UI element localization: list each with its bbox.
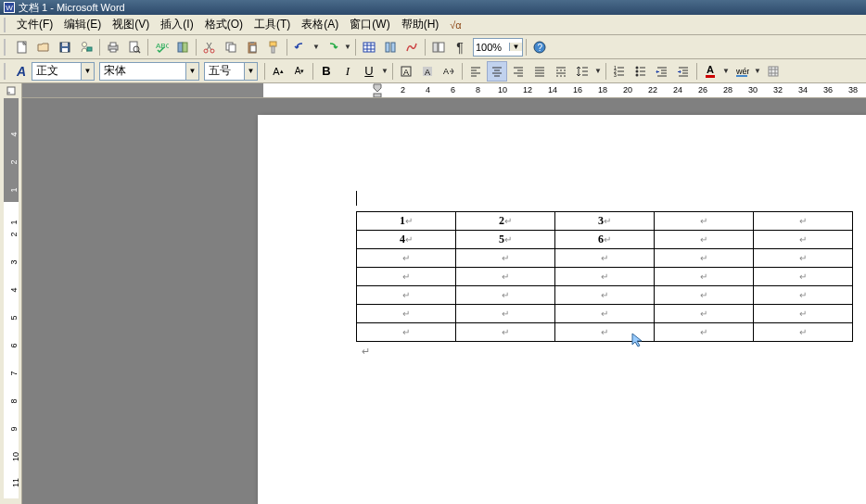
- menu-window[interactable]: 窗口(W): [344, 15, 395, 34]
- table-cell[interactable]: ↵: [555, 305, 655, 323]
- align-justify-button[interactable]: [529, 61, 550, 82]
- zoom-dropdown[interactable]: ▼: [509, 43, 522, 51]
- style-input[interactable]: [32, 65, 81, 78]
- toolbar-handle[interactable]: [4, 39, 9, 56]
- print-preview-button[interactable]: [124, 37, 145, 57]
- paste-button[interactable]: [242, 37, 262, 57]
- font-color-button[interactable]: A: [700, 61, 720, 82]
- redo-dropdown[interactable]: ▼: [343, 37, 352, 57]
- size-input[interactable]: [205, 65, 244, 78]
- table-cell[interactable]: ↵: [754, 305, 853, 323]
- table-cell[interactable]: ↵: [357, 323, 456, 342]
- table-cell[interactable]: ↵: [655, 212, 754, 231]
- document-table[interactable]: 1↵2↵3↵↵↵4↵5↵6↵↵↵↵↵↵↵↵↵↵↵↵↵↵↵↵↵↵↵↵↵↵↵↵↵↵↵…: [356, 211, 853, 342]
- table-cell[interactable]: 2↵: [456, 212, 555, 231]
- shrink-font-button[interactable]: A▾: [289, 61, 310, 82]
- underline-dropdown[interactable]: ▼: [380, 61, 389, 82]
- columns-button[interactable]: [380, 37, 401, 57]
- italic-button[interactable]: I: [337, 61, 358, 82]
- menu-file[interactable]: 文件(F): [11, 15, 58, 34]
- table-cell[interactable]: ↵: [456, 323, 555, 342]
- line-spacing-dropdown[interactable]: ▼: [593, 61, 603, 82]
- cut-button[interactable]: [199, 37, 220, 57]
- decrease-indent-button[interactable]: [652, 61, 672, 82]
- drawing-button[interactable]: [401, 37, 422, 57]
- table-cell[interactable]: 1↵: [357, 212, 456, 231]
- table-cell[interactable]: ↵: [754, 323, 853, 342]
- align-left-button[interactable]: [465, 61, 486, 82]
- page-content[interactable]: 1↵2↵3↵↵↵4↵5↵6↵↵↵↵↵↵↵↵↵↵↵↵↵↵↵↵↵↵↵↵↵↵↵↵↵↵↵…: [356, 211, 853, 358]
- menu-edit[interactable]: 编辑(E): [58, 15, 107, 34]
- table-cell[interactable]: ↵: [754, 249, 853, 268]
- table-cell[interactable]: ↵: [456, 305, 555, 323]
- research-button[interactable]: [172, 37, 193, 57]
- char-scale-button[interactable]: A: [439, 61, 459, 82]
- table-cell[interactable]: ↵: [754, 286, 853, 305]
- table-cell[interactable]: ↵: [357, 305, 456, 323]
- undo-dropdown[interactable]: ▼: [312, 37, 321, 57]
- increase-indent-button[interactable]: [673, 61, 694, 82]
- border-box-button[interactable]: A: [396, 61, 416, 82]
- open-button[interactable]: [33, 37, 54, 57]
- underline-button[interactable]: U: [359, 61, 379, 82]
- table-cell[interactable]: ↵: [655, 286, 754, 305]
- toolbar-handle[interactable]: [4, 18, 9, 32]
- align-center-button[interactable]: [487, 61, 507, 82]
- font-combo[interactable]: ▼: [99, 62, 199, 81]
- document-map-button[interactable]: [428, 37, 449, 57]
- font-dropdown[interactable]: ▼: [185, 63, 198, 80]
- font-color-dropdown[interactable]: ▼: [721, 61, 731, 82]
- table-cell[interactable]: ↵: [555, 286, 655, 305]
- table-cell[interactable]: ↵: [655, 249, 754, 268]
- zoom-combo[interactable]: ▼: [473, 38, 523, 57]
- table-cell[interactable]: ↵: [754, 231, 853, 249]
- table-row[interactable]: 4↵5↵6↵↵↵: [357, 231, 853, 249]
- style-dropdown[interactable]: ▼: [81, 63, 94, 80]
- help-button[interactable]: ?: [529, 37, 550, 57]
- show-formatting-button[interactable]: ¶: [450, 37, 470, 57]
- char-shading-button[interactable]: A: [417, 61, 438, 82]
- format-painter-button[interactable]: [263, 37, 284, 57]
- undo-button[interactable]: [290, 37, 311, 57]
- vertical-ruler[interactable]: 4 2 1 2 1 3 4 5 6 7 8 9 10 11 12 13 14 1…: [0, 98, 22, 504]
- insert-table-button[interactable]: [359, 37, 379, 57]
- font-input[interactable]: [100, 65, 185, 78]
- save-button[interactable]: [55, 37, 75, 57]
- table-row[interactable]: ↵↵↵↵↵: [357, 286, 853, 305]
- table-row[interactable]: ↵↵↵↵↵: [357, 268, 853, 286]
- menu-tools[interactable]: 工具(T): [248, 15, 296, 34]
- permission-button[interactable]: [76, 37, 96, 57]
- highlight-button[interactable]: [763, 61, 783, 82]
- numbering-button[interactable]: 123: [609, 61, 630, 82]
- table-row[interactable]: ↵↵↵↵↵: [357, 249, 853, 268]
- line-spacing-button[interactable]: [572, 61, 592, 82]
- table-cell[interactable]: ↵: [555, 268, 655, 286]
- page[interactable]: 1↵2↵3↵↵↵4↵5↵6↵↵↵↵↵↵↵↵↵↵↵↵↵↵↵↵↵↵↵↵↵↵↵↵↵↵↵…: [258, 115, 866, 504]
- table-cell[interactable]: ↵: [456, 249, 555, 268]
- table-cell[interactable]: ↵: [456, 286, 555, 305]
- table-cell[interactable]: ↵: [655, 305, 754, 323]
- spellcheck-button[interactable]: ABC: [151, 37, 172, 57]
- menu-help[interactable]: 帮助(H): [396, 15, 445, 34]
- table-row[interactable]: ↵↵↵↵↵: [357, 305, 853, 323]
- size-dropdown[interactable]: ▼: [244, 63, 257, 80]
- table-cell[interactable]: 3↵: [555, 212, 655, 231]
- zoom-input[interactable]: [474, 42, 509, 53]
- asian-layout-button[interactable]: wén: [732, 61, 752, 82]
- menu-view[interactable]: 视图(V): [107, 15, 155, 34]
- table-cell[interactable]: ↵: [357, 286, 456, 305]
- style-combo[interactable]: ▼: [32, 62, 95, 81]
- table-cell[interactable]: 5↵: [456, 231, 555, 249]
- copy-button[interactable]: [221, 37, 241, 57]
- table-cell[interactable]: ↵: [357, 249, 456, 268]
- bullets-button[interactable]: [630, 61, 651, 82]
- menu-table[interactable]: 表格(A): [296, 15, 344, 34]
- equation-hint[interactable]: √α: [450, 19, 461, 31]
- table-cell[interactable]: ↵: [555, 249, 655, 268]
- table-cell[interactable]: ↵: [357, 268, 456, 286]
- table-cell[interactable]: ↵: [456, 268, 555, 286]
- align-right-button[interactable]: [508, 61, 529, 82]
- table-cell[interactable]: ↵: [754, 212, 853, 231]
- table-cell[interactable]: ↵: [655, 268, 754, 286]
- menu-insert[interactable]: 插入(I): [155, 15, 198, 34]
